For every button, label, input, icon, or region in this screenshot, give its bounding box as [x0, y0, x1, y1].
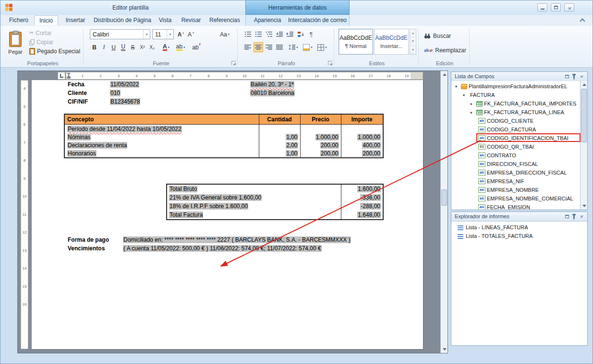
amount-field[interactable]: 1.000,00	[357, 134, 381, 141]
tree-item-contrato[interactable]: CONTRATO	[451, 151, 580, 160]
restore-button[interactable]	[564, 73, 570, 80]
cif-field[interactable]: B12345678	[110, 98, 140, 105]
fecha-field[interactable]: 11/05/2022	[110, 81, 139, 88]
close-panel-button[interactable]	[578, 73, 584, 80]
tab-revisar[interactable]: Revisar	[178, 15, 204, 25]
bullet-list-button[interactable]	[243, 29, 253, 39]
total-label[interactable]: 21% de IVA General sobre 1.600,00	[169, 194, 262, 201]
document-scrollbar[interactable]	[440, 71, 448, 353]
decrease-indent-button[interactable]	[275, 29, 284, 39]
price-field[interactable]: 200,00	[320, 150, 339, 157]
tree-item-codigo-factura[interactable]: CODIGO_FACTURA	[451, 125, 580, 134]
find-button[interactable]: Buscar	[424, 32, 451, 40]
address-field[interactable]: Bailén 20, 3º - 1ª	[250, 81, 294, 88]
scroll-up-button[interactable]	[441, 71, 448, 78]
restore-button[interactable]	[564, 213, 570, 220]
payment-field[interactable]: Domiciliado en: **** **** **** **** ****…	[123, 236, 351, 243]
style-card-insertar[interactable]: AaBbCcDdE Insertar...	[374, 29, 409, 55]
tree-item-datasource[interactable]: PlantillaImpresionFacturaAdministradorEL	[451, 82, 580, 91]
dialog-launcher-icon[interactable]	[231, 61, 236, 65]
shrink-font-button[interactable]: A▼	[186, 29, 196, 39]
tab-apariencia[interactable]: Apariencia	[250, 15, 285, 25]
left-indent-marker[interactable]	[67, 77, 71, 79]
list-item[interactable]: Lista - LINEAS_FACTURA	[451, 223, 587, 232]
tree-item-codigo-qr-tbai[interactable]: CODIGO_QR_TBAI	[451, 142, 580, 151]
pin-button[interactable]	[571, 73, 577, 80]
highlight-button[interactable]: ab	[174, 42, 187, 52]
tree-item-fk-importes[interactable]: FK_FACTURA_FACTURA_IMPORTES	[451, 99, 580, 108]
tab-insertar[interactable]: Insertar	[61, 15, 90, 25]
total-value[interactable]: 1.648,00	[357, 211, 381, 218]
gallery-down-icon[interactable]: ▼	[410, 37, 416, 46]
amount-field[interactable]: 200,00	[362, 150, 381, 157]
h-ruler[interactable]: 12345678910111213141516171819	[66, 72, 423, 80]
tab-distribucion[interactable]: Distribución de Página	[93, 15, 152, 25]
total-label[interactable]: 18% de I.R.P.F sobre 1.600,00	[169, 203, 248, 210]
tree-item-fecha-emision[interactable]: FECHA_EMISION	[451, 203, 580, 210]
tab-vista[interactable]: Vista	[155, 15, 175, 25]
numbered-list-button[interactable]	[254, 29, 263, 39]
gallery-more-icon[interactable]: ▼	[410, 46, 416, 54]
font-name-combo[interactable]: Calibri	[90, 29, 150, 39]
tree-item-empresa-nombre[interactable]: EMPRESA_NOMBRE	[451, 186, 580, 194]
tab-fichero[interactable]: Fichero	[6, 15, 31, 25]
shading-button[interactable]	[302, 42, 314, 52]
align-right-button[interactable]	[264, 42, 274, 52]
price-field[interactable]: 200,00	[320, 142, 339, 149]
chevron-right-icon[interactable]	[471, 102, 476, 106]
invoice-totals-table[interactable]: Total Bruto1.600,00 21% de IVA General s…	[166, 184, 384, 220]
grow-font-button[interactable]: A▲	[176, 29, 186, 39]
strikethrough-button[interactable]: S	[128, 42, 137, 52]
chevron-down-icon[interactable]	[143, 30, 150, 39]
copy-button[interactable]: Copiar	[29, 38, 53, 46]
maximize-button[interactable]	[551, 3, 561, 12]
chevron-down-icon[interactable]	[167, 30, 173, 39]
tree-item-empresa-nombre-comercial[interactable]: EMPRESA_NOMBRE_COMERCIAL	[451, 194, 580, 203]
field-list-scrollbar[interactable]	[580, 81, 587, 210]
align-left-button[interactable]	[243, 42, 253, 52]
superscript-button[interactable]: X²	[138, 42, 147, 52]
scrollbar-thumb[interactable]	[441, 189, 447, 206]
list-item[interactable]: Lista - TOTALES_FACTURA	[451, 232, 587, 240]
gallery-up-icon[interactable]: ▲	[410, 29, 416, 37]
scroll-up-button[interactable]	[581, 81, 588, 88]
due-field[interactable]: ( A cuenta 11/05/2022: 500,00 € ) 11/06/…	[123, 245, 322, 252]
qty-field[interactable]: 2,00	[286, 142, 298, 149]
amount-field[interactable]: 400,00	[362, 142, 381, 149]
close-button[interactable]	[564, 3, 574, 12]
clear-formatting-button[interactable]: ab	[190, 42, 201, 52]
total-value[interactable]: -336,00	[360, 194, 381, 201]
bold-button[interactable]: B	[90, 42, 99, 52]
justify-button[interactable]	[275, 42, 284, 52]
dialog-launcher-icon[interactable]	[328, 61, 332, 65]
tree-item-fk-linea[interactable]: FK_FACTURA_FACTURA_LINEA	[451, 108, 580, 117]
chevron-down-icon[interactable]	[463, 93, 469, 97]
total-label[interactable]: Total Bruto	[169, 186, 197, 192]
style-gallery-scroll[interactable]: ▲▼▼	[410, 29, 416, 55]
scroll-down-button[interactable]	[441, 346, 448, 353]
italic-button[interactable]: I	[99, 42, 109, 52]
tab-referencias[interactable]: Referencias	[207, 15, 242, 25]
borders-button[interactable]	[316, 42, 328, 52]
price-field[interactable]: 1.000,00	[315, 134, 339, 141]
city-field[interactable]: 08010 Barcelona	[250, 90, 295, 96]
paste-button[interactable]: Pegar	[4, 28, 26, 64]
font-size-combo[interactable]: 11	[152, 29, 174, 39]
font-color-button[interactable]: A	[160, 42, 172, 52]
tab-intercalacion-correo[interactable]: Intercalación de correo	[287, 15, 348, 25]
scroll-down-button[interactable]	[581, 202, 588, 210]
tree-item-codigo-cliente[interactable]: CODIGO_CLIENTE	[451, 117, 580, 125]
double-underline-button[interactable]: U	[119, 42, 128, 52]
total-value[interactable]: 1.600,00	[357, 186, 381, 192]
cut-button[interactable]: Cortar	[29, 29, 52, 37]
close-panel-button[interactable]	[578, 213, 584, 220]
chevron-down-icon[interactable]	[455, 84, 461, 89]
v-ruler[interactable]: 45678910111213141516	[21, 80, 28, 349]
document-page[interactable]: Fecha11/05/2022 Cliente010 CIF/NIFB12345…	[32, 80, 423, 349]
concept-field[interactable]: Nóminas	[67, 134, 91, 141]
paste-special-button[interactable]: Pegado Especial	[29, 47, 80, 55]
collapse-ribbon-button[interactable]	[579, 17, 586, 23]
total-value[interactable]: -288,00	[360, 203, 381, 210]
tree-item-empresa-nif[interactable]: EMPRESA_NIF	[451, 177, 580, 186]
tree-item-direccion-fiscal[interactable]: DIRECCION_FISCAL	[451, 160, 580, 168]
